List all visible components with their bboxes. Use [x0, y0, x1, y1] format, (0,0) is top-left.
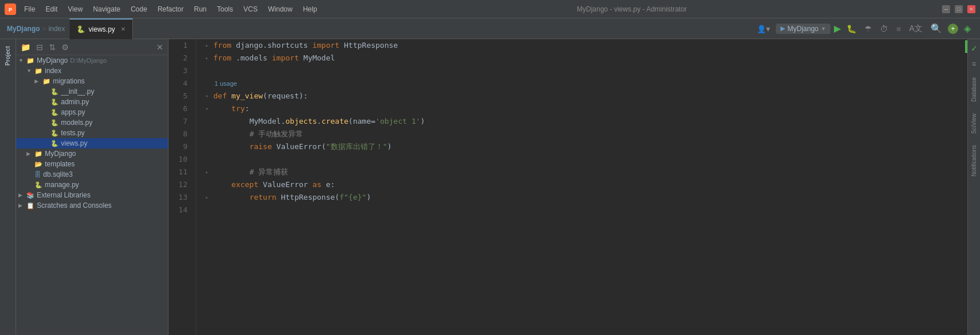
stop-button[interactable]: ■: [894, 23, 903, 35]
menu-code[interactable]: Code: [126, 4, 152, 14]
menu-tools[interactable]: Tools: [212, 4, 238, 14]
menu-window[interactable]: Window: [263, 4, 297, 14]
code-line-11: ▸ # 异常捕获: [205, 166, 958, 178]
debug-button[interactable]: 🐛: [844, 23, 859, 35]
python-file-icon: 🐍: [51, 119, 59, 127]
tree-arrow: [43, 89, 51, 94]
tree-arrow: ▶: [35, 78, 43, 84]
tree-item-apps[interactable]: 🐍 apps.py: [16, 107, 168, 117]
editor-check-icon: ✓: [971, 41, 978, 55]
sciview-panel-label[interactable]: SciView: [971, 109, 977, 138]
notifications-panel-label[interactable]: Notifications: [971, 140, 977, 181]
project-panel-label[interactable]: Project: [5, 41, 11, 70]
maximize-button[interactable]: □: [955, 5, 963, 13]
tree-item-views[interactable]: 🐍 views.py: [16, 138, 168, 149]
profile-button[interactable]: 👤▾: [755, 23, 772, 35]
tree-item-manage[interactable]: 🐍 manage.py: [16, 180, 168, 190]
tree-arrow: [26, 182, 35, 188]
breadcrumb-folder[interactable]: index: [48, 25, 65, 33]
translate-button[interactable]: A文: [907, 22, 925, 35]
menu-refactor[interactable]: Refactor: [153, 4, 188, 14]
tree-item-templates[interactable]: 📂 templates: [16, 159, 168, 169]
menu-view[interactable]: View: [63, 4, 87, 14]
folder-icon: 📁: [35, 150, 43, 158]
menu-edit[interactable]: Edit: [41, 4, 62, 14]
tree-item-scratches[interactable]: ▶ 📋 Scratches and Consoles: [16, 200, 168, 211]
logo2-button[interactable]: ◈: [962, 22, 973, 35]
tree-item-migrations[interactable]: ▶ 📁 migrations: [16, 76, 168, 86]
tree-item-mydjango-sub[interactable]: ▶ 📁 MyDjango: [16, 149, 168, 159]
folder-icon: 📁: [43, 78, 51, 85]
database-panel-label[interactable]: Database: [971, 73, 977, 106]
breadcrumb: MyDjango > index: [2, 25, 70, 33]
editor-menu-icon[interactable]: ≡: [972, 58, 976, 70]
tree-close-icon[interactable]: ✕: [155, 41, 164, 53]
tree-label: models.py: [61, 119, 93, 127]
tree-label: templates: [45, 160, 75, 168]
tree-item-tests[interactable]: 🐍 tests.py: [16, 128, 168, 138]
tree-item-models[interactable]: 🐍 models.py: [16, 117, 168, 128]
fold-btn-2[interactable]: ▸: [205, 52, 213, 64]
breadcrumb-project[interactable]: MyDjango: [7, 25, 40, 33]
run-config-label: MyDjango: [787, 25, 818, 33]
title-bar: P File Edit View Navigate Code Refactor …: [0, 0, 980, 18]
tab-views-py[interactable]: 🐍 views.py ✕: [70, 18, 133, 39]
tree-arrow: ▼: [18, 58, 26, 63]
profile-run-button[interactable]: ⏱: [878, 23, 890, 35]
tree-arrow: ▶: [18, 192, 26, 198]
menu-file[interactable]: File: [20, 4, 40, 14]
fold-btn-13[interactable]: ▸: [205, 191, 213, 204]
run-config-selector[interactable]: ▶ MyDjango ▼: [776, 24, 830, 34]
line-numbers: 1 2 3 4 5 6 7 8 9 10 11 12 13 14: [169, 39, 196, 335]
menu-navigate[interactable]: Navigate: [89, 4, 125, 14]
add-button[interactable]: +: [948, 24, 958, 34]
db-file-icon: 🗄: [35, 171, 41, 178]
tree-item-admin[interactable]: 🐍 admin.py: [16, 97, 168, 107]
run-config-arrow-icon: ▼: [821, 26, 826, 32]
editor-content[interactable]: 1 2 3 4 5 6 7 8 9 10 11 12 13 14 ▸: [169, 39, 967, 335]
run-config-icon: ▶: [780, 25, 785, 32]
tree-arrow: ▶: [26, 151, 35, 157]
tree-sort-icon[interactable]: ⇅: [48, 41, 57, 53]
tree-arrow: [43, 130, 51, 136]
fold-btn-14: [205, 204, 213, 216]
fold-btn-1[interactable]: ▸: [205, 39, 213, 52]
python-file-icon: 🐍: [35, 181, 43, 189]
tree-arrow: [26, 161, 35, 167]
tree-item-mydjango-root[interactable]: ▼ 📁 MyDjango D:\MyDjango: [16, 55, 168, 66]
menu-bar[interactable]: File Edit View Navigate Code Refactor Ru…: [20, 4, 321, 14]
fold-btn-5[interactable]: ▾: [205, 90, 213, 102]
tree-label: admin.py: [61, 98, 89, 106]
tree-collapse-icon[interactable]: ⊟: [35, 41, 44, 53]
close-button[interactable]: ✕: [967, 5, 975, 13]
tree-item-init[interactable]: 🐍 __init__.py: [16, 86, 168, 97]
gutter-status-bar: [965, 39, 967, 335]
run-button[interactable]: ▶: [834, 23, 841, 34]
code-line-3: [205, 64, 958, 77]
tab-close-icon[interactable]: ✕: [121, 26, 125, 32]
tree-item-index[interactable]: ▼ 📁 index: [16, 66, 168, 76]
tree-arrow: [43, 120, 51, 125]
search-button[interactable]: 🔍: [928, 22, 944, 35]
tree-folder-icon[interactable]: 📁: [20, 41, 32, 53]
minimize-button[interactable]: ─: [942, 5, 950, 13]
fold-btn-3: [205, 64, 213, 77]
code-line-7: MyModel.objects.create(name='object 1'): [205, 115, 958, 128]
tree-label: Scratches and Consoles: [37, 201, 112, 210]
menu-run[interactable]: Run: [189, 4, 211, 14]
fold-btn-11[interactable]: ▸: [205, 166, 213, 178]
tree-item-external-libs[interactable]: ▶ 📚 External Libraries: [16, 190, 168, 200]
tree-label: db.sqlite3: [43, 170, 72, 178]
right-panel: ✓ ≡ Database SciView Notifications: [967, 39, 980, 335]
tab-label: views.py: [89, 25, 115, 33]
fold-btn-9: [205, 140, 213, 153]
menu-help[interactable]: Help: [298, 4, 322, 14]
menu-vcs[interactable]: VCS: [239, 4, 262, 14]
tree-item-db[interactable]: 🗄 db.sqlite3: [16, 169, 168, 180]
tree-arrow: [43, 109, 51, 115]
code-editor[interactable]: ▸ from django.shortcuts import HttpRespo…: [196, 39, 958, 335]
tree-settings-icon[interactable]: ⚙: [60, 41, 70, 53]
fold-btn-8: [205, 128, 213, 140]
coverage-button[interactable]: ☂: [862, 23, 874, 35]
fold-btn-6[interactable]: ▾: [205, 102, 213, 115]
